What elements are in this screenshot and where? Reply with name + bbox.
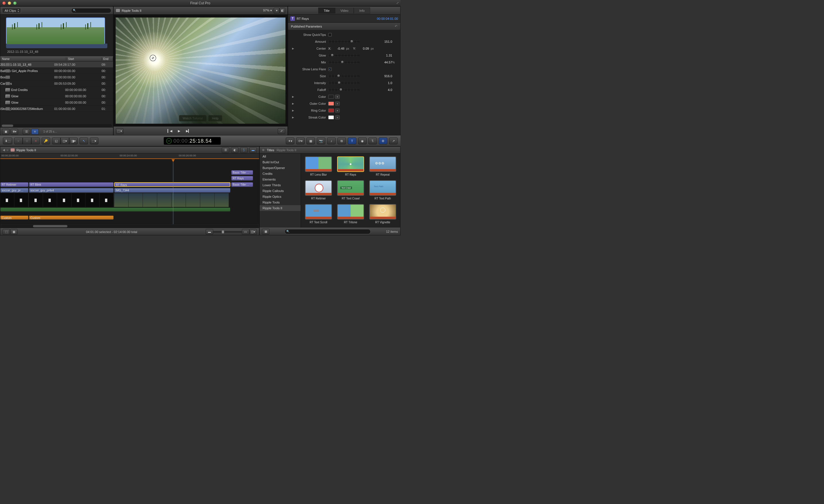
title-thumbnail[interactable]: [369, 157, 396, 172]
timeline-tracks[interactable]: Basic Title:… RT Rays RT Retimer RT Blin…: [0, 159, 259, 224]
center-disclosure[interactable]: ▶: [291, 47, 295, 50]
clip-img[interactable]: IMG_7344: [114, 188, 230, 193]
action-gear-button[interactable]: ✻▾: [11, 129, 18, 134]
playhead[interactable]: [173, 159, 173, 224]
themes-browser-button[interactable]: Tᵢ: [369, 137, 377, 144]
clip-row[interactable]: iStock_000002268725Medium01:00:00:00.000…: [0, 106, 113, 112]
center-x-value[interactable]: -0.48: [333, 47, 344, 50]
clip-rt-retimer[interactable]: RT Retimer: [0, 182, 28, 187]
clip-row[interactable]: Candles00:05:53:09.0000:: [0, 80, 113, 87]
clip-rt-rays-mid[interactable]: RT Rays: [114, 182, 230, 187]
horizontal-scrollbar[interactable]: [1, 124, 112, 127]
category-item[interactable]: Elements: [260, 177, 301, 182]
mix-slider[interactable]: [328, 62, 360, 63]
title-thumbnail[interactable]: [337, 157, 364, 172]
timeline-forward-button[interactable]: ▶: [7, 148, 9, 152]
clip-custom-1[interactable]: Custom: [0, 216, 28, 220]
next-edit-button[interactable]: ▶▎: [185, 128, 192, 134]
title-item[interactable]: RT Lens Blur: [304, 157, 333, 176]
reject-button[interactable]: ✕: [31, 137, 40, 144]
column-end[interactable]: End: [102, 58, 113, 61]
timeline-scrollbar[interactable]: [1, 225, 258, 228]
skimming-button[interactable]: ▬: [249, 147, 257, 153]
title-item[interactable]: RT Retimer: [304, 180, 333, 200]
outer-disclosure[interactable]: ▶: [291, 102, 295, 105]
effects-browser-button[interactable]: ▦: [306, 137, 315, 144]
timeline-index-toggle[interactable]: ▦: [10, 229, 17, 235]
arrow-tool-button[interactable]: ↖: [80, 137, 88, 144]
clip-basic-title-2[interactable]: Basic Title:…: [231, 182, 253, 187]
title-item[interactable]: RT Repeat: [368, 157, 397, 176]
filmstrip-view-button[interactable]: ☰: [23, 129, 30, 134]
clip-rt-rays-top[interactable]: RT Rays: [231, 176, 253, 181]
size-slider[interactable]: [328, 76, 360, 77]
photos-browser-button[interactable]: 📷: [317, 137, 325, 144]
category-item[interactable]: Ripple Tools: [260, 199, 301, 205]
title-item[interactable]: RT Rays: [336, 157, 365, 176]
clip-custom-2[interactable]: Custom: [29, 216, 114, 220]
category-item[interactable]: Ripple Tools II: [260, 205, 301, 211]
clip-row[interactable]: 2012-11-15 10_13_4809:54:28:17.0009:: [0, 62, 113, 68]
share-button[interactable]: ↗: [389, 137, 398, 144]
zoom-level-dropdown[interactable]: 97% ▾: [263, 9, 272, 12]
audio-track[interactable]: [0, 207, 230, 211]
tab-title[interactable]: Title: [318, 7, 335, 14]
search-input[interactable]: [71, 8, 111, 13]
inspector-toggle-button[interactable]: ⚙: [379, 137, 387, 144]
title-item[interactable]: RT Tritone: [336, 204, 365, 224]
category-item[interactable]: Credits: [260, 171, 301, 177]
streak-color-dropdown[interactable]: ▼: [335, 115, 340, 119]
close-browser-button[interactable]: ⊗: [262, 148, 265, 152]
title-thumbnail[interactable]: [305, 204, 332, 220]
clip-filter-dropdown[interactable]: All Clips: [2, 8, 21, 13]
connect-button[interactable]: ◱: [52, 137, 61, 144]
size-value[interactable]: 916.0: [376, 74, 392, 78]
title-thumbnail[interactable]: [305, 157, 332, 172]
append-button[interactable]: ◨▾: [69, 137, 78, 144]
help-button[interactable]: Help: [208, 115, 222, 121]
import-button[interactable]: ▣: [2, 129, 9, 134]
clip-basic-title-1[interactable]: Basic Title:…: [231, 170, 253, 175]
viewer-display-button[interactable]: ◧: [280, 8, 285, 13]
color-disclosure[interactable]: ▶: [291, 95, 295, 98]
titles-search-input[interactable]: [285, 229, 371, 234]
mix-value[interactable]: 44.57: [376, 61, 392, 64]
timeline-appearance-button[interactable]: ◐: [231, 147, 238, 153]
unrate-button[interactable]: ☆: [23, 137, 31, 144]
onscreen-control-center[interactable]: [150, 55, 156, 61]
title-item[interactable]: RT Text Scroll: [304, 204, 333, 224]
timeline-back-button[interactable]: ◀: [3, 148, 5, 152]
streak-disclosure[interactable]: ▶: [291, 116, 295, 119]
tab-info[interactable]: Info: [354, 7, 370, 14]
tab-video[interactable]: Video: [335, 7, 354, 14]
viewer-canvas[interactable]: Watch Tutorial Help: [114, 15, 288, 126]
category-item[interactable]: Ripple Optics: [260, 194, 301, 199]
streak-color-swatch[interactable]: [328, 115, 334, 119]
favorite-button[interactable]: ★: [14, 137, 23, 144]
title-item[interactable]: RT Vignette: [368, 204, 397, 224]
ring-disclosure[interactable]: ▶: [291, 109, 295, 112]
snapping-button[interactable]: ⟆: [240, 147, 247, 153]
music-browser-button[interactable]: ♪: [327, 137, 336, 144]
title-thumbnail[interactable]: [305, 180, 332, 196]
category-list[interactable]: AllBuild In/OutBumper/OpenerCreditsEleme…: [260, 154, 301, 228]
import-media-button[interactable]: ⬇⬚: [3, 137, 12, 144]
clip-row[interactable]: Balloon Girl_Apple ProRes00:00:00:00.000…: [0, 68, 113, 74]
glow-value[interactable]: 1.31: [376, 54, 392, 57]
quicktips-checkbox[interactable]: [328, 33, 332, 36]
title-item[interactable]: RT Text Path: [368, 180, 397, 200]
falloff-slider[interactable]: [328, 89, 360, 90]
color-dropdown[interactable]: ▼: [335, 95, 340, 99]
clip-row[interactable]: Boston00:00:00:00.0000:: [0, 74, 113, 80]
zoom-out-button[interactable]: ▬: [206, 229, 213, 235]
column-name[interactable]: Name: [0, 58, 66, 61]
glow-slider[interactable]: [328, 55, 360, 56]
effects-dropdown[interactable]: ✦▾: [286, 137, 294, 144]
generators-browser-button[interactable]: ◉: [358, 137, 367, 144]
retime-dropdown[interactable]: ⟳▾: [296, 137, 305, 144]
ring-color-swatch[interactable]: [328, 108, 334, 112]
transitions-browser-button[interactable]: ⧉: [337, 137, 346, 144]
lensflare-checkbox[interactable]: ✓: [328, 68, 332, 71]
insert-button[interactable]: ◫▾: [61, 137, 69, 144]
clip-rt-blink[interactable]: RT Blink: [29, 182, 114, 187]
